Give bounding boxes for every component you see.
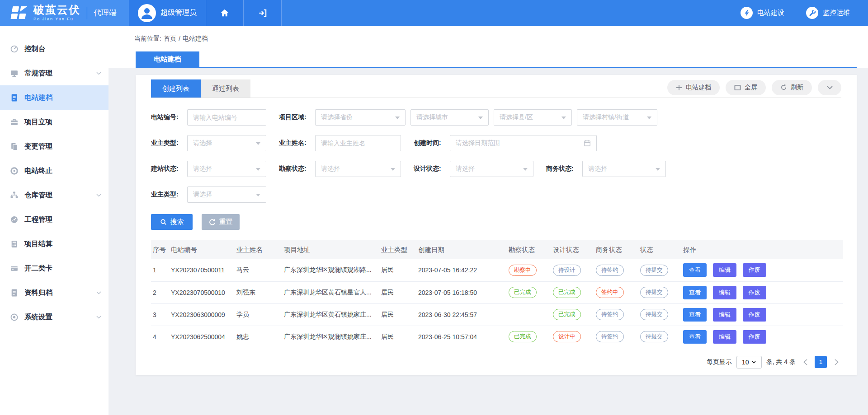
brand-title: 破茧云伏: [33, 5, 80, 15]
status-badge: 已完成: [553, 309, 581, 320]
table-row: 2 YX2023070500010 刘强东 广东深圳龙华区黄石镇星官大... 居…: [151, 281, 843, 303]
edit-button[interactable]: 编辑: [713, 263, 736, 277]
design-status-select[interactable]: 请选择: [450, 161, 533, 177]
per-page-select[interactable]: 10: [736, 356, 762, 368]
owner-name-input[interactable]: [315, 135, 401, 151]
sidebar-item-change-mgmt[interactable]: 变更管理: [0, 134, 108, 159]
calendar-icon: [584, 140, 591, 147]
status-badge: 待签约: [596, 309, 624, 320]
copy-icon: [9, 142, 19, 151]
edit-button[interactable]: 编辑: [713, 330, 736, 344]
sidebar-item-station-archive[interactable]: 电站建档: [0, 85, 108, 110]
station-code-label: 电站编号:: [151, 113, 187, 121]
sidebar-item-data-archive[interactable]: 资料归档: [0, 280, 108, 305]
business-status-label: 商务状态:: [546, 165, 582, 173]
chevron-down-icon: [96, 194, 101, 197]
create-time-label: 创建时间:: [414, 139, 450, 147]
owner-type2-select[interactable]: 请选择: [187, 187, 266, 203]
collapse-button[interactable]: [818, 80, 841, 95]
search-button[interactable]: 搜索: [151, 214, 193, 230]
view-button[interactable]: 查看: [683, 286, 707, 299]
breadcrumb-home[interactable]: 首页: [164, 35, 176, 43]
per-page-prefix: 每页显示: [707, 358, 732, 366]
owner-type-label: 业主类型:: [151, 139, 187, 147]
date-range-input[interactable]: 请选择日期范围: [450, 135, 597, 151]
nav-station-build[interactable]: 电站建设: [741, 7, 784, 19]
dashboard-icon: [9, 45, 19, 53]
build-status-select[interactable]: 请选择: [187, 161, 266, 177]
table-row: 4 YX2023062500004 姚忠 广东深圳龙华区观澜镇姚家庄... 居民…: [151, 326, 843, 348]
caret-icon: [391, 168, 395, 173]
region-label: 项目区域:: [279, 113, 315, 121]
city-select[interactable]: 请选择城市: [410, 109, 489, 126]
business-status-select[interactable]: 请选择: [582, 161, 666, 177]
chevron-right-icon: [835, 359, 839, 365]
breadcrumb-current: 电站建档: [183, 35, 208, 43]
page-tab-station-archive[interactable]: 电站建档: [136, 51, 199, 67]
plus-icon: [676, 84, 682, 91]
owner-type-select[interactable]: 请选择: [187, 135, 266, 151]
caret-icon: [656, 168, 660, 173]
sitemap-icon: [9, 191, 19, 200]
chevron-down-icon: [96, 72, 101, 75]
page-number-current[interactable]: 1: [815, 356, 827, 368]
survey-status-label: 勘察状态:: [279, 165, 315, 173]
target-icon: [9, 167, 19, 175]
sidebar-item-open-card[interactable]: 开二类卡: [0, 256, 108, 280]
view-button[interactable]: 查看: [683, 308, 707, 322]
sidebar-item-general-mgmt[interactable]: 常规管理: [0, 61, 108, 85]
monitor-icon: [9, 69, 19, 78]
prev-page-button[interactable]: [800, 356, 810, 368]
status-badge: 已完成: [509, 331, 537, 342]
view-button[interactable]: 查看: [683, 263, 707, 277]
header-nav: 电站建设 监控运维: [741, 0, 868, 26]
owner-name-label: 业主姓名:: [279, 139, 315, 147]
sidebar-item-station-termination[interactable]: 电站终止: [0, 159, 108, 183]
refresh-button[interactable]: 刷新: [772, 80, 812, 95]
status-badge: 勘察中: [509, 265, 537, 276]
home-button[interactable]: [206, 0, 244, 26]
breadcrumb: 当前位置: 首页 / 电站建档: [108, 26, 868, 51]
tab-create-list[interactable]: 创建列表: [151, 79, 201, 98]
nav-monitor-ops[interactable]: 监控运维: [806, 7, 850, 19]
county-select[interactable]: 请选择县/区: [494, 109, 572, 126]
next-page-button[interactable]: [831, 356, 841, 368]
status-badge: 已完成: [509, 287, 537, 298]
sidebar-item-warehouse-mgmt[interactable]: 仓库管理: [0, 183, 108, 207]
station-code-input[interactable]: [187, 109, 266, 126]
chevron-down-icon: [96, 291, 101, 294]
status-badge: 待签约: [596, 265, 624, 276]
sidebar-item-console[interactable]: 控制台: [0, 37, 108, 61]
chevron-left-icon: [803, 359, 807, 365]
briefcase-icon: [9, 118, 19, 126]
sidebar-item-engineering-mgmt[interactable]: 工程管理: [0, 207, 108, 232]
survey-status-select[interactable]: 请选择: [315, 161, 401, 177]
void-button[interactable]: 作废: [743, 330, 766, 344]
logout-button[interactable]: [244, 0, 282, 26]
status-badge: 设计中: [553, 331, 581, 342]
user-menu[interactable]: 超级管理员: [129, 0, 206, 26]
void-button[interactable]: 作废: [743, 263, 766, 277]
table-row: 1 YX2023070500011 马云 广东深圳龙华区观澜镇观湖路... 居民…: [151, 259, 843, 281]
table-header-row: 序号 电站编号 业主姓名 项目地址 业主类型 创建日期 勘察状态 设计状态 商务…: [151, 240, 843, 259]
province-select[interactable]: 请选择省份: [315, 109, 406, 126]
sidebar-item-project-initiation[interactable]: 项目立项: [0, 110, 108, 134]
edit-button[interactable]: 编辑: [713, 286, 736, 299]
chevron-down-icon: [96, 316, 101, 319]
fullscreen-button[interactable]: 全屏: [726, 80, 766, 95]
reset-button[interactable]: 重置: [202, 214, 240, 230]
chevron-down-icon: [827, 86, 833, 89]
void-button[interactable]: 作废: [743, 286, 766, 299]
view-button[interactable]: 查看: [683, 330, 707, 344]
void-button[interactable]: 作废: [743, 308, 766, 322]
add-station-button[interactable]: 电站建档: [667, 80, 720, 95]
sidebar-item-system-settings[interactable]: 系统设置: [0, 305, 108, 329]
tab-passed-list[interactable]: 通过列表: [201, 79, 250, 98]
wrench-icon: [806, 7, 818, 19]
sidebar-item-project-settlement[interactable]: 项目结算: [0, 232, 108, 256]
caret-icon: [561, 117, 566, 121]
town-select[interactable]: 请选择村镇/街道: [577, 109, 657, 126]
card-toolbar: 电站建档 全屏 刷新: [667, 80, 841, 98]
edit-button[interactable]: 编辑: [713, 308, 736, 322]
breadcrumb-prefix: 当前位置:: [134, 35, 161, 43]
